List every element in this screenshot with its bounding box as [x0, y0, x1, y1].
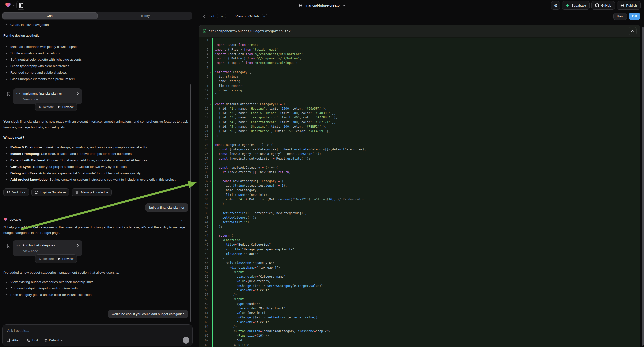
code-line: 34 name: newCategory,: [200, 188, 640, 192]
bookmark-icon[interactable]: [7, 92, 10, 96]
code-line: 36 color: '#' + Math.floor(Math.random()…: [200, 197, 640, 202]
settings-button[interactable]: ⚙: [551, 1, 560, 10]
manage-knowledge-label: Manage knowledge: [81, 191, 108, 194]
send-button[interactable]: ↑: [183, 337, 190, 344]
code-editor[interactable]: 12import React from 'react';3import { Pl…: [200, 37, 640, 347]
assistant-help-text: I'll help you add budget categories to t…: [4, 224, 188, 236]
code-line: 41 setNewLimit('');: [200, 220, 640, 224]
github-button[interactable]: GitHub: [592, 1, 615, 10]
github-icon: [595, 4, 599, 8]
gear-icon: ⚙: [554, 3, 558, 8]
line-number: 22: [200, 134, 208, 138]
manage-knowledge-button[interactable]: Manage knowledge: [72, 188, 111, 196]
chat-input-box[interactable]: Ask Lovable... Attach Ed: [2, 324, 193, 346]
edit-mode-button[interactable]: Edit: [27, 338, 38, 342]
code-line: 12 color: string;: [200, 88, 640, 92]
fold-chevron-icon[interactable]: ⌄: [208, 166, 212, 169]
restore-preview-pill: ↻ Restore Preview: [35, 254, 77, 263]
line-number: 55: [200, 284, 208, 288]
code-text: color: '#' + Math.floor(Math.random()*16…: [213, 197, 640, 202]
code-text: subtitle="Manage your spending limits": [213, 247, 640, 252]
chevron-down-icon: [61, 340, 63, 341]
fold-chevron-icon[interactable]: ⌄: [208, 144, 212, 146]
code-text: id: String(categories.length + 1),: [213, 184, 640, 188]
attach-button[interactable]: Attach: [7, 338, 22, 342]
chat-scrollbar[interactable]: [190, 84, 192, 322]
code-line: 26 const [newCategory, setNewCategory] =…: [200, 152, 640, 156]
lovable-logo-icon[interactable]: [5, 2, 11, 8]
line-number: 16: [200, 107, 208, 110]
esc-kbd-badge: ESC: [217, 14, 226, 18]
code-line: 56 className="flex-1": [200, 288, 640, 292]
code-line: 64 />: [200, 324, 640, 329]
visit-docs-button[interactable]: Visit docs: [4, 188, 29, 196]
logo-chevron-down-icon[interactable]: [13, 4, 15, 6]
code-line: 33 id: String(categories.length + 1),: [200, 184, 640, 188]
preview-button[interactable]: Preview: [58, 105, 74, 109]
view-on-github-button[interactable]: View on GitHub: [236, 14, 259, 18]
chevron-down-icon: [343, 5, 345, 6]
sidebar-toggle-button[interactable]: [16, 1, 26, 10]
chat-message-list[interactable]: Clean, intuitive navigation For the desi…: [0, 20, 193, 324]
preview-label: Preview: [62, 257, 74, 260]
code-text: />: [213, 324, 640, 329]
code-text: ];: [213, 134, 640, 138]
tab-history[interactable]: History: [98, 12, 192, 19]
line-number: 68: [200, 343, 208, 346]
exit-button[interactable]: Exit: [208, 14, 214, 18]
diff-toggle-button[interactable]: Diff: [629, 13, 640, 20]
line-number: 60: [200, 307, 208, 310]
restore-button[interactable]: ↻ Restore: [38, 105, 54, 109]
project-switcher[interactable]: financial-future-creator: [299, 0, 345, 11]
added-bullet-list: View existing budget categories with the…: [4, 279, 188, 298]
code-line: 11 limit: number;: [200, 84, 640, 88]
code-text: value={newCategory}: [213, 279, 640, 283]
code-text: onChange={(e) => setNewLimit(e.target.va…: [213, 315, 640, 320]
view-code-link[interactable]: View code: [23, 249, 79, 253]
external-link-icon: [58, 105, 61, 108]
code-line: 65 <Button onClick={handleAddCategory} c…: [200, 329, 640, 333]
explore-supabase-button[interactable]: Explore Supabase: [31, 188, 69, 196]
restore-button[interactable]: ↻ Restore: [38, 257, 54, 260]
line-number: 41: [200, 220, 208, 224]
code-line: 31: [200, 174, 640, 179]
collapse-file-button[interactable]: [628, 27, 636, 35]
model-selector[interactable]: Default: [43, 338, 63, 342]
view-code-link[interactable]: View code: [23, 97, 79, 101]
bookmark-icon[interactable]: [7, 244, 10, 248]
file-header[interactable]: src/components/budget/BudgetCategories.t…: [200, 25, 640, 37]
edit-card-add-budget-categories[interactable]: <> Add budget categories View code: [13, 240, 82, 256]
code-scrollbar[interactable]: [642, 27, 644, 346]
code-line: 22];: [200, 134, 640, 138]
line-number: 3: [200, 48, 208, 51]
tab-chat[interactable]: Chat: [2, 12, 98, 19]
attach-image-icon: [7, 338, 10, 342]
line-number: 58: [200, 298, 208, 301]
line-number: 46: [200, 243, 208, 246]
fold-chevron-icon[interactable]: ⌄: [208, 103, 212, 105]
edit-card-title: Add budget categories: [22, 244, 75, 247]
publish-button[interactable]: Publish: [616, 1, 640, 10]
github-label: GitHub: [601, 4, 611, 8]
edit-card-implement-financial-planner[interactable]: <> Implement financial planner View code: [13, 88, 82, 104]
code-text: [213, 138, 640, 143]
code-line: 25 const [categories, setCategories] = R…: [200, 147, 640, 152]
message-menu-button[interactable]: ...: [181, 217, 185, 221]
raw-toggle-button[interactable]: Raw: [614, 13, 627, 20]
fold-chevron-icon[interactable]: ⌄: [208, 180, 212, 182]
code-line: 52 <Input: [200, 270, 640, 274]
code-text: />: [213, 292, 640, 297]
code-text: <div className="space-y-6">: [213, 260, 640, 265]
preview-button[interactable]: Preview: [58, 257, 74, 260]
supabase-button[interactable]: Supabase: [562, 1, 590, 10]
line-number: 65: [200, 329, 208, 333]
code-icon: <>: [16, 92, 20, 95]
code-text: className="h-auto": [213, 252, 640, 256]
fold-chevron-icon[interactable]: ⌄: [208, 71, 212, 74]
code-text: const newCategoryObj: Category = {: [213, 179, 640, 184]
code-line: 28: [200, 161, 640, 165]
file-path: src/components/budget/BudgetCategories.t…: [208, 29, 290, 33]
code-text: title="Budget Categories": [213, 242, 640, 247]
line-number: 34: [200, 188, 208, 192]
line-number: 38: [200, 206, 208, 210]
